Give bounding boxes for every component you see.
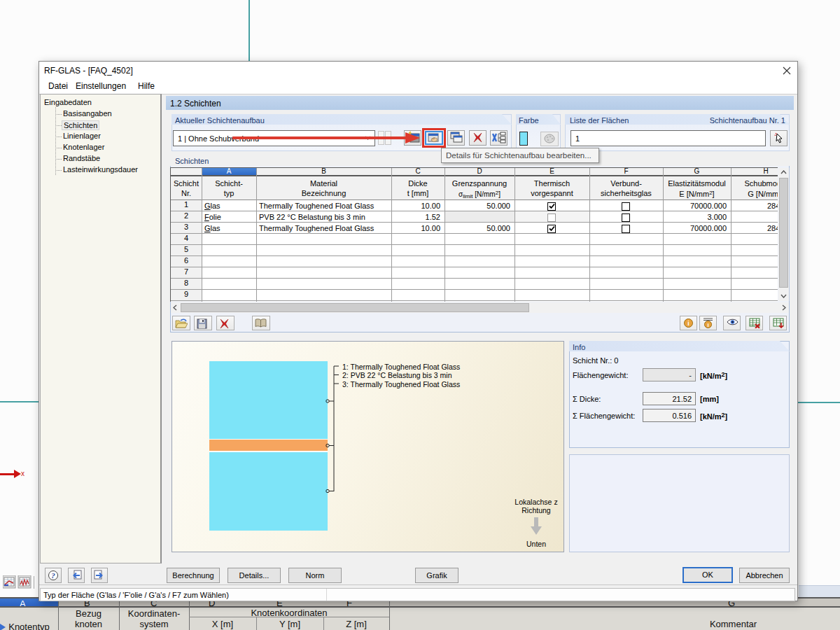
svg-text:?: ? [51, 571, 55, 580]
svg-text:i: i [707, 322, 708, 328]
svg-text:i: i [687, 320, 690, 327]
